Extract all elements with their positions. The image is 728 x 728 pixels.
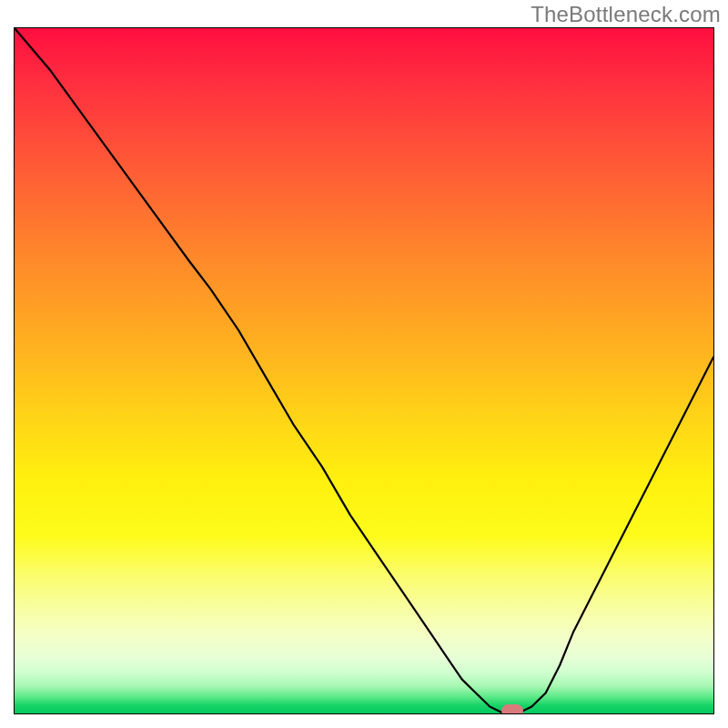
bottleneck-curve	[15, 28, 713, 713]
plot-area	[14, 27, 714, 714]
watermark-text: TheBottleneck.com	[531, 2, 721, 27]
optimal-point-marker	[501, 704, 523, 714]
chart-container: TheBottleneck.com	[0, 0, 728, 728]
